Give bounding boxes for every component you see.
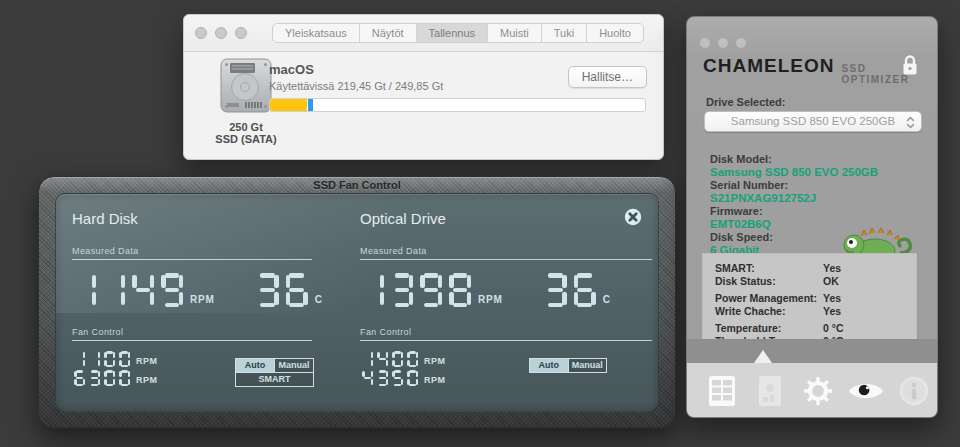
measured-readout: RPM C bbox=[362, 273, 611, 307]
drive-select-value: Samsung SSD 850 EVO 250GB bbox=[731, 115, 895, 127]
zoom-button[interactable] bbox=[736, 38, 746, 48]
temp-unit-label: C bbox=[603, 294, 611, 305]
desktop: Yleiskatsaus Näytöt Tallennus Muisti Tuk… bbox=[0, 0, 960, 447]
panels-view-button[interactable] bbox=[703, 372, 741, 410]
measured-readout: RPM C bbox=[74, 273, 323, 307]
hdd-icon bbox=[219, 58, 273, 114]
divider bbox=[72, 340, 312, 341]
temp-display bbox=[545, 273, 596, 307]
toolbar-band bbox=[687, 339, 937, 363]
zoom-button[interactable] bbox=[235, 27, 247, 39]
storage-bar-other bbox=[308, 99, 314, 111]
divider bbox=[72, 259, 312, 260]
window-controls bbox=[700, 38, 746, 48]
eye-icon bbox=[847, 378, 885, 404]
manual-mode-button[interactable]: Manual bbox=[275, 359, 313, 372]
smart-label: Disk Status: bbox=[715, 275, 823, 288]
active-tab-pointer bbox=[754, 350, 772, 363]
smart-label: Write Chache: bbox=[715, 305, 823, 318]
rpm-unit-label: RPM bbox=[424, 356, 446, 366]
temp-unit-label: C bbox=[315, 294, 323, 305]
tab-muisti[interactable]: Muisti bbox=[488, 24, 542, 42]
fan-mode-toggle: Auto Manual bbox=[529, 358, 607, 373]
smart-value: Yes bbox=[823, 305, 841, 318]
tab-tuki[interactable]: Tuki bbox=[542, 24, 587, 42]
fan-min-display bbox=[362, 351, 418, 367]
storage-bar-apps bbox=[270, 99, 308, 111]
lock-icon[interactable] bbox=[900, 53, 920, 79]
rpm-unit-label: RPM bbox=[136, 356, 158, 366]
close-button[interactable] bbox=[700, 38, 710, 48]
smart-value: 0 °C bbox=[823, 322, 844, 335]
toolbar bbox=[687, 363, 937, 418]
rpm-unit-label: RPM bbox=[424, 375, 446, 385]
rpm-display bbox=[74, 273, 183, 307]
minimize-button[interactable] bbox=[215, 27, 227, 39]
drive-selected-label: Drive Selected: bbox=[706, 96, 785, 108]
smart-value: Yes bbox=[823, 292, 841, 305]
fan-control-window: SSD Fan Control Hard Disk Measured Data … bbox=[38, 176, 676, 428]
tab-yleiskatsaus[interactable]: Yleiskatsaus bbox=[273, 24, 360, 42]
info-value: Samsung SSD 850 EVO 250GB bbox=[710, 166, 878, 179]
tab-huolto[interactable]: Huolto bbox=[587, 24, 643, 42]
measured-data-label: Measured Data bbox=[72, 246, 139, 256]
fan-speed-values: RPM RPM bbox=[362, 351, 446, 389]
measured-data-label: Measured Data bbox=[360, 246, 427, 256]
storage-window: Yleiskatsaus Näytöt Tallennus Muisti Tuk… bbox=[183, 14, 664, 160]
smart-status-box: SMART:Yes Disk Status:OK Power Managemen… bbox=[702, 253, 917, 342]
window-controls bbox=[195, 27, 247, 39]
app-title-main: CHAMELEON bbox=[703, 55, 834, 77]
fan-mode-toggle: Auto Manual SMART bbox=[235, 358, 314, 387]
section-title: Hard Disk bbox=[72, 210, 138, 227]
smart-mode-button[interactable]: SMART bbox=[236, 372, 313, 386]
divider bbox=[360, 340, 652, 341]
divider bbox=[360, 259, 652, 260]
close-button[interactable] bbox=[195, 27, 207, 39]
panels-icon bbox=[707, 375, 737, 407]
smart-value: Yes bbox=[823, 262, 841, 275]
fan-window-title[interactable]: SSD Fan Control bbox=[39, 179, 675, 191]
optical-drive-section: Optical Drive Measured Data RPM C Fan Co… bbox=[360, 194, 652, 411]
section-title: Optical Drive bbox=[360, 210, 446, 227]
volume-usage-text: Käytettävissä 219,45 Gt / 249,85 Gt bbox=[269, 80, 443, 92]
tab-tallennus[interactable]: Tallennus bbox=[417, 24, 488, 42]
storage-content: 250 Gt SSD (SATA) macOS Käytettävissä 21… bbox=[184, 52, 663, 161]
minimize-button[interactable] bbox=[718, 38, 728, 48]
rpm-unit-label: RPM bbox=[190, 294, 215, 305]
info-button[interactable] bbox=[895, 372, 933, 410]
drive-view-button[interactable] bbox=[751, 372, 789, 410]
fan-control-label: Fan Control bbox=[360, 327, 411, 337]
fan-min-display bbox=[74, 351, 130, 367]
smart-label: Power Management: bbox=[715, 292, 823, 305]
fan-max-display bbox=[362, 370, 418, 386]
close-button[interactable] bbox=[624, 208, 642, 226]
info-label: Firmware: bbox=[710, 205, 878, 218]
hard-disk-section: Hard Disk Measured Data RPM C Fan Contro… bbox=[72, 194, 312, 411]
rpm-unit-label: RPM bbox=[478, 294, 503, 305]
tab-naytot[interactable]: Näytöt bbox=[360, 24, 417, 42]
settings-button[interactable] bbox=[799, 372, 837, 410]
info-icon bbox=[898, 375, 930, 407]
volume-name: macOS bbox=[269, 62, 314, 77]
temp-display bbox=[257, 273, 308, 307]
close-icon bbox=[624, 208, 642, 226]
auto-mode-button[interactable]: Auto bbox=[530, 359, 568, 372]
manage-button[interactable]: Hallitse… bbox=[568, 66, 647, 88]
gear-icon bbox=[801, 374, 835, 408]
rpm-display bbox=[362, 273, 471, 307]
smart-label: Temperature: bbox=[715, 322, 823, 335]
smart-label: SMART: bbox=[715, 262, 823, 275]
chameleon-window: CHAMELEON SSD OPTIMIZER Drive Selected: … bbox=[686, 16, 938, 418]
manual-mode-button[interactable]: Manual bbox=[569, 359, 607, 372]
storage-tabs: Yleiskatsaus Näytöt Tallennus Muisti Tuk… bbox=[272, 23, 644, 43]
storage-usage-bar bbox=[269, 98, 646, 112]
drive-select[interactable]: Samsung SSD 850 EVO 250GB bbox=[704, 111, 922, 132]
monitor-button[interactable] bbox=[847, 372, 885, 410]
storage-titlebar[interactable]: Yleiskatsaus Näytöt Tallennus Muisti Tuk… bbox=[184, 15, 663, 52]
fan-speed-values: RPM RPM bbox=[74, 351, 158, 389]
auto-mode-button[interactable]: Auto bbox=[236, 359, 274, 372]
drive-icon bbox=[757, 375, 783, 407]
fan-control-label: Fan Control bbox=[72, 327, 123, 337]
app-title-sub: SSD OPTIMIZER bbox=[841, 63, 937, 85]
chevron-stepper-icon bbox=[906, 115, 915, 130]
